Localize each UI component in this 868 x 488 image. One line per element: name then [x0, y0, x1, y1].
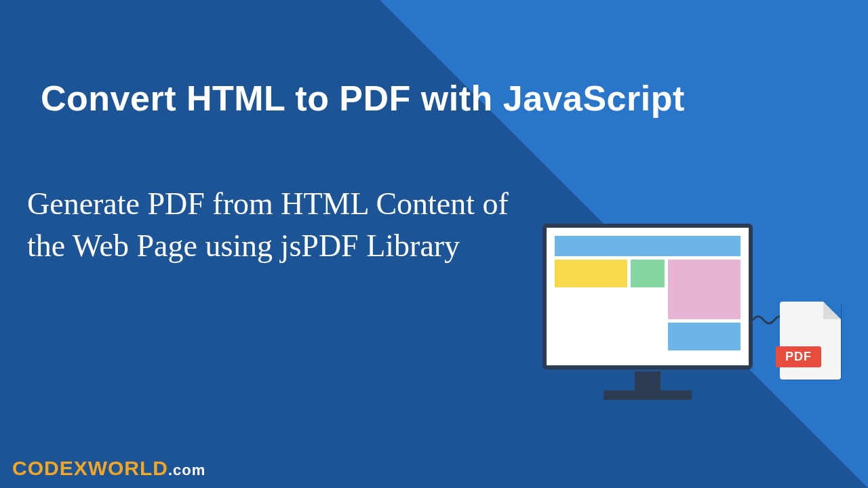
logo-suffix: .com [168, 462, 205, 479]
tile [668, 260, 741, 319]
pdf-badge: PDF [776, 346, 821, 367]
monitor-frame [542, 224, 753, 369]
pdf-file-icon: PDF [780, 302, 841, 380]
screen-content [555, 236, 741, 357]
tile [555, 260, 627, 287]
logo: CODEXWORLD.com [12, 457, 205, 480]
tile [668, 323, 741, 350]
tile [631, 260, 665, 287]
monitor-icon [542, 224, 753, 400]
logo-text: CODEXWORLD [12, 457, 168, 479]
main-title: Convert HTML to PDF with JavaScript [41, 78, 685, 119]
screen-header-bar [555, 236, 741, 256]
illustration-group: PDF [542, 224, 841, 441]
sub-title: Generate PDF from HTML Content of the We… [27, 183, 529, 267]
monitor-base [604, 390, 692, 400]
